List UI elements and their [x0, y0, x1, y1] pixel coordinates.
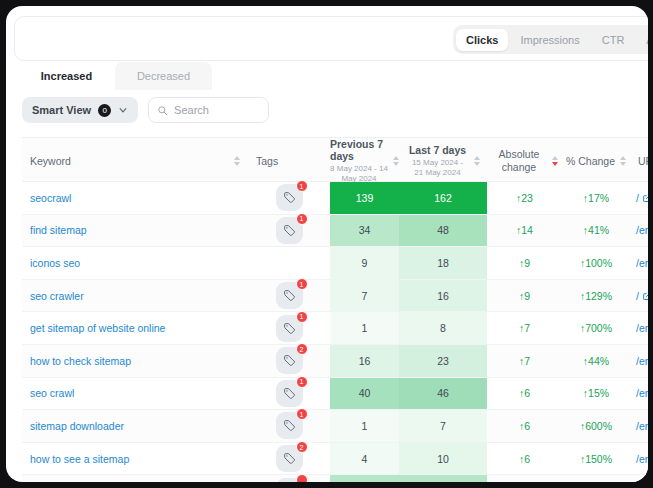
tab-increased[interactable]: Increased: [18, 62, 115, 90]
tag-count-badge: 2: [296, 343, 308, 355]
tags-cell: 2: [248, 345, 330, 377]
keyword-link[interactable]: [22, 475, 248, 482]
tags-cell: 1: [248, 215, 330, 247]
url-link[interactable]: /: [630, 280, 648, 312]
previous-7-days-value: 16: [330, 345, 399, 377]
sort-last-icon[interactable]: [474, 156, 480, 166]
tag-button[interactable]: 1: [276, 315, 303, 342]
previous-7-days-value: 7: [330, 280, 399, 312]
smart-view-label: Smart View: [32, 104, 91, 116]
keyword-link[interactable]: seocrawl: [22, 182, 248, 214]
url-link[interactable]: /en: [630, 312, 648, 344]
percent-change-value: [562, 475, 630, 482]
keyword-link[interactable]: seo crawl: [22, 378, 248, 410]
tags-cell: 1: [248, 410, 330, 442]
keyword-link[interactable]: how to check sitemap: [22, 345, 248, 377]
url-link[interactable]: [630, 475, 648, 482]
tag-button[interactable]: 2: [276, 347, 303, 374]
sort-keyword-icon[interactable]: [234, 156, 240, 166]
search-input[interactable]: [174, 104, 254, 116]
url-link[interactable]: /em: [630, 247, 648, 279]
header-last-7-days[interactable]: Last 7 days 15 May 2024 - 21 May 2024: [399, 138, 487, 184]
tab-decreased[interactable]: Decreased: [115, 62, 212, 90]
chevron-down-icon: [118, 105, 128, 115]
percent-change-value: ↑15%: [562, 378, 630, 410]
search-box[interactable]: [148, 97, 269, 123]
tag-button[interactable]: 1: [276, 282, 303, 309]
tag-button[interactable]: 1: [276, 184, 303, 211]
tags-cell: [248, 475, 330, 482]
url-link[interactable]: /en: [630, 215, 648, 247]
table-row: how to check sitemap21623↑7↑44%/en: [22, 345, 648, 378]
metric-clicks[interactable]: Clicks: [456, 29, 508, 51]
tag-button[interactable]: 1: [276, 412, 303, 439]
tag-count-badge: 1: [296, 408, 308, 420]
metric-ctr[interactable]: CTR: [592, 29, 635, 51]
absolute-change-value: ↑9: [487, 247, 562, 279]
last-7-days-value: 7: [399, 410, 487, 442]
keyword-link[interactable]: seo crawler: [22, 280, 248, 312]
keyword-link[interactable]: how to see a sitemap: [22, 443, 248, 475]
last-7-days-value: 48: [399, 215, 487, 247]
table-row: [22, 475, 648, 482]
percent-change-value: ↑44%: [562, 345, 630, 377]
tag-count-badge: 1: [296, 278, 308, 290]
header-absolute-change[interactable]: Absolute change: [487, 138, 562, 184]
tags-cell: 1: [248, 378, 330, 410]
header-keyword[interactable]: Keyword: [22, 138, 248, 184]
header-previous-7-days[interactable]: Previous 7 days 8 May 2024 - 14 May 2024: [330, 138, 399, 184]
url-link[interactable]: /en: [630, 345, 648, 377]
table-row: seo crawl14046↑6↑15%/en: [22, 378, 648, 411]
tag-icon: [283, 224, 296, 237]
keyword-link[interactable]: sitemap downloader: [22, 410, 248, 442]
smart-view-dropdown[interactable]: Smart View 0: [22, 97, 138, 123]
sort-absolute-icon-active[interactable]: [552, 156, 558, 166]
last-7-days-value: 16: [399, 280, 487, 312]
url-link[interactable]: /: [630, 182, 648, 214]
percent-change-value: ↑150%: [562, 443, 630, 475]
metric-segmented-control: ClicksImpressionsCTRAvg Position: [453, 25, 648, 54]
absolute-change-value: ↑7: [487, 312, 562, 344]
table-row: get sitemap of website online118↑7↑700%/…: [22, 312, 648, 345]
absolute-change-value: ↑6: [487, 378, 562, 410]
last-7-days-value: 46: [399, 378, 487, 410]
tag-icon: [283, 452, 296, 465]
previous-7-days-value: 4: [330, 443, 399, 475]
previous-7-days-value: 34: [330, 215, 399, 247]
tag-button[interactable]: [276, 478, 303, 482]
tag-icon: [283, 322, 296, 335]
keyword-link[interactable]: iconos seo: [22, 247, 248, 279]
header-tags: Tags: [248, 138, 330, 184]
search-icon: [157, 105, 168, 116]
keyword-link[interactable]: find sitemap: [22, 215, 248, 247]
metric-impressions[interactable]: Impressions: [510, 29, 589, 51]
table-body: seocrawl1139162↑23↑17%/find sitemap13448…: [22, 182, 648, 482]
percent-change-value: ↑700%: [562, 312, 630, 344]
table-row: seocrawl1139162↑23↑17%/: [22, 182, 648, 215]
tag-button[interactable]: 1: [276, 380, 303, 407]
tags-cell: 1: [248, 182, 330, 214]
tag-button[interactable]: 1: [276, 217, 303, 244]
tag-icon: [283, 191, 296, 204]
metric-avg-position[interactable]: Avg Position: [636, 29, 648, 51]
last-7-days-value: 10: [399, 443, 487, 475]
previous-7-days-value: 139: [330, 182, 399, 214]
sort-percent-icon[interactable]: [620, 156, 626, 166]
tags-cell: 1: [248, 312, 330, 344]
tag-button[interactable]: 2: [276, 445, 303, 472]
keyword-link[interactable]: get sitemap of website online: [22, 312, 248, 344]
smart-view-count-badge: 0: [98, 104, 111, 117]
percent-change-value: ↑600%: [562, 410, 630, 442]
tag-icon: [283, 387, 296, 400]
url-link[interactable]: /en: [630, 378, 648, 410]
last-7-days-value: 8: [399, 312, 487, 344]
header-percent-change[interactable]: % Change: [562, 138, 630, 184]
tag-count-badge: 2: [296, 441, 308, 453]
url-link[interactable]: /en: [630, 410, 648, 442]
header-url[interactable]: URL: [630, 138, 648, 184]
absolute-change-value: ↑7: [487, 345, 562, 377]
table-row: iconos seo918↑9↑100%/em: [22, 247, 648, 280]
table-row: find sitemap13448↑14↑41%/en: [22, 215, 648, 248]
url-link[interactable]: /en: [630, 443, 648, 475]
previous-7-days-value: [330, 475, 399, 482]
